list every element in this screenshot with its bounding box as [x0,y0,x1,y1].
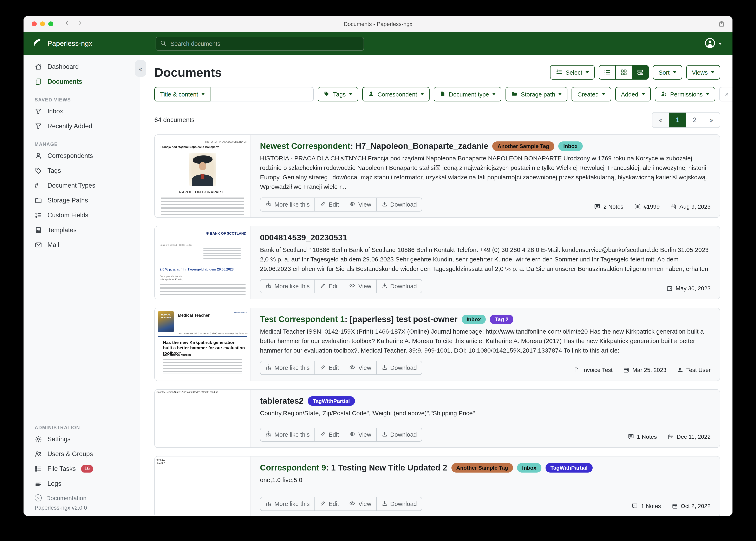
document-thumbnail[interactable]: HISTORIA - PRACA DLA CHĘTNYCH Francja po… [155,135,251,217]
title-content-dropdown[interactable]: Title & content [154,87,210,101]
document-thumbnail[interactable]: ✳ BANK OF SCOTLAND Bank of Scotland · 10… [155,227,251,299]
sidebar-item-mail[interactable]: Mail [24,238,140,253]
close-window-button[interactable] [32,21,37,26]
card-actions: More like this Edit View Download [260,198,422,212]
text-lines-icon [35,480,42,487]
permissions-filter-button[interactable]: Permissions [655,87,715,101]
sidebar-item-documents[interactable]: Documents [24,74,140,89]
reset-filters-button[interactable]: × Reset filters [719,87,732,101]
download-button[interactable]: Download [376,497,422,511]
view-button[interactable]: View [344,279,377,293]
forward-icon[interactable] [77,20,83,28]
notes-indicator[interactable]: 1 Notes [627,433,657,440]
tag-pill[interactable]: Inbox [517,463,541,473]
sidebar-item-custom-fields[interactable]: Custom Fields [24,208,140,223]
views-button[interactable]: Views [686,65,720,80]
notes-indicator[interactable]: 2 Notes [594,203,624,210]
correspondent-link[interactable]: Newest Correspondent [260,142,350,151]
document-title-link[interactable]: Correspondent 9: 1 Testing New Title Upd… [260,463,447,473]
sidebar-collapse-button[interactable]: « [135,60,146,77]
documentation-link[interactable]: ? Documentation [24,491,140,503]
sidebar-item-settings[interactable]: Settings [24,432,140,447]
more-like-this-button[interactable]: More like this [260,497,315,511]
view-button[interactable]: View [344,497,377,511]
pagination-page-2[interactable]: 2 [686,113,703,127]
storage-path-filter-button[interactable]: Storage path [506,87,568,101]
download-button[interactable]: Download [376,198,422,212]
edit-button[interactable]: Edit [315,279,344,293]
minimize-window-button[interactable] [40,21,45,26]
document-title-link[interactable]: tablerates2 [260,396,304,406]
pagination-last[interactable]: » [703,113,720,127]
edit-button[interactable]: Edit [315,198,344,212]
title-content-filter: Title & content [154,87,314,101]
sidebar-item-templates[interactable]: Templates [24,223,140,238]
sidebar-item-storage-paths[interactable]: Storage Paths [24,193,140,208]
edit-button[interactable]: Edit [315,497,344,511]
tag-pill[interactable]: Another Sample Tag [493,142,554,151]
zoom-window-button[interactable] [48,21,53,26]
download-button[interactable]: Download [376,361,422,375]
back-icon[interactable] [64,20,70,28]
sidebar-item-file-tasks[interactable]: File Tasks 16 [24,461,140,476]
view-button[interactable]: View [344,361,377,375]
view-button[interactable]: View [344,198,377,212]
document-type-filter-button[interactable]: Document type [434,87,501,101]
view-large-cards-button[interactable] [632,65,649,80]
select-button[interactable]: Select [550,65,595,80]
tag-pill[interactable]: Another Sample Tag [451,463,513,473]
more-like-this-button[interactable]: More like this [260,428,315,442]
added-filter-button[interactable]: Added [615,87,651,101]
document-thumbnail[interactable]: MEDICAL TEACHER Medical Teacher Taylor &… [155,308,251,380]
view-list-button[interactable] [599,65,616,80]
tag-pill[interactable]: TagWithPartial [308,396,355,406]
thumb-text: HISTORIA - PRACA DLA CHĘTNYCH [205,141,247,143]
calendar-icon [672,503,678,509]
correspondent-link[interactable]: Test Correspondent 1 [260,314,345,324]
share-icon[interactable] [718,20,725,29]
view-button[interactable]: View [344,428,377,442]
sort-button[interactable]: Sort [653,65,682,80]
view-grid-button[interactable] [615,65,632,80]
tags-filter-button[interactable]: Tags [318,87,358,101]
more-like-this-button[interactable]: More like this [260,198,315,212]
pagination-page-1[interactable]: 1 [669,113,686,127]
sidebar-item-correspondents[interactable]: Correspondents [24,149,140,163]
document-type-filter-label: Document type [449,91,489,98]
sidebar-item-inbox[interactable]: Inbox [24,104,140,119]
sidebar-item-dashboard[interactable]: Dashboard [24,59,140,74]
search-box[interactable] [156,37,364,51]
more-like-this-button[interactable]: More like this [260,279,315,293]
search-input[interactable] [170,40,359,47]
sidebar-item-tags[interactable]: Tags [24,163,140,178]
document-title-link[interactable]: Test Correspondent 1: [paperless] test p… [260,314,457,324]
document-title-link[interactable]: 0004814539_20230531 [260,233,347,243]
notes-indicator[interactable]: 1 Notes [632,503,661,509]
correspondent-filter-button[interactable]: Correspondent [362,87,430,101]
title-content-input[interactable] [210,87,314,101]
tag-pill[interactable]: Inbox [462,314,486,324]
sidebar-item-users-groups[interactable]: Users & Groups [24,447,140,461]
download-button[interactable]: Download [376,428,422,442]
tag-pill[interactable]: Tag 2 [490,314,514,324]
brand[interactable]: Paperless-ngx [24,38,140,50]
tag-pill[interactable]: TagWithPartial [546,463,593,473]
more-like-this-button[interactable]: More like this [260,361,315,375]
user-menu[interactable] [704,37,722,50]
sidebar-item-document-types[interactable]: # Document Types [24,178,140,193]
document-thumbnail[interactable]: one,1.0 five,5.0 [155,456,251,516]
upc-scan-icon [634,203,641,210]
pagination-first[interactable]: « [652,113,669,127]
edit-button[interactable]: Edit [315,428,344,442]
document-thumbnail[interactable]: Country,Region/State,"Zip/Postal Code","… [155,390,251,447]
tag-pill[interactable]: Inbox [558,142,582,151]
document-title-link[interactable]: Newest Correspondent: H7_Napoleon_Bonapa… [260,142,488,151]
correspondent-link[interactable]: Correspondent 9 [260,463,326,472]
sidebar-item-recently-added[interactable]: Recently Added [24,119,140,134]
created-filter-button[interactable]: Created [572,87,611,101]
file-fill-icon [439,91,445,98]
tag-icon [35,167,42,175]
edit-button[interactable]: Edit [315,361,344,375]
download-button[interactable]: Download [376,279,422,293]
sidebar-item-logs[interactable]: Logs [24,476,140,491]
